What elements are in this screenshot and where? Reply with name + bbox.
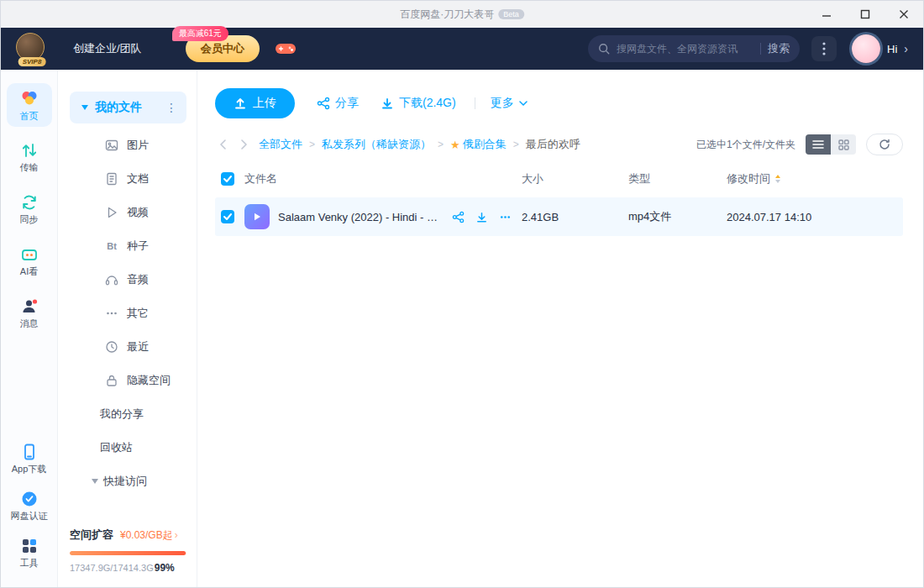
selection-info: 已选中1个文件/文件夹 bbox=[696, 138, 795, 152]
sidebar-item-videos[interactable]: 视频 bbox=[58, 196, 197, 229]
user-avatar bbox=[852, 34, 880, 63]
more-dots-icon bbox=[105, 307, 118, 320]
refresh-button[interactable] bbox=[866, 134, 903, 155]
storage-usage-text: 17347.9G/17414.3G99% bbox=[70, 562, 186, 574]
search-divider bbox=[760, 43, 761, 55]
search-input[interactable] bbox=[617, 43, 753, 55]
sidebar-label-hidden-space: 隐藏空间 bbox=[127, 373, 171, 388]
share-label: 分享 bbox=[335, 96, 359, 111]
titlebar: 百度网盘·刀刀大表哥 Beta bbox=[1, 1, 923, 28]
rail-item-tools[interactable]: 工具 bbox=[7, 532, 52, 574]
back-icon[interactable] bbox=[215, 137, 230, 152]
rail-item-verify[interactable]: 网盘认证 bbox=[7, 485, 52, 527]
content-area: 首页 传输 同步 AI看 消息 App下载 bbox=[1, 70, 923, 587]
storage-progress-fill bbox=[70, 551, 186, 555]
table-row[interactable]: Salaam Venky (2022) - Hindi - 108... 2 bbox=[215, 197, 903, 236]
list-view-icon bbox=[812, 139, 824, 150]
chevron-right-icon: › bbox=[175, 529, 178, 541]
maximize-button[interactable] bbox=[846, 1, 885, 28]
left-rail: 首页 传输 同步 AI看 消息 App下载 bbox=[1, 70, 58, 587]
column-header-name[interactable]: 文件名 bbox=[244, 171, 512, 186]
document-icon bbox=[105, 172, 118, 186]
breadcrumb-separator-icon: > bbox=[309, 139, 315, 150]
breadcrumb-all-files[interactable]: 全部文件 bbox=[259, 137, 302, 152]
account-avatar[interactable]: SVIP8 bbox=[16, 33, 48, 65]
more-button[interactable]: 更多 bbox=[491, 96, 528, 111]
rail-bottom-group: App下载 网盘认证 工具 bbox=[7, 438, 52, 579]
verify-icon bbox=[20, 490, 39, 508]
file-name[interactable]: Salaam Venky (2022) - Hindi - 108... bbox=[278, 211, 438, 223]
row-share-icon[interactable] bbox=[452, 211, 465, 223]
forward-icon[interactable] bbox=[237, 137, 252, 152]
rail-item-messages[interactable]: 消息 bbox=[7, 291, 52, 335]
breadcrumb-russian-drama[interactable]: ★ 俄剧合集 bbox=[450, 137, 507, 152]
row-more-icon[interactable] bbox=[499, 211, 512, 223]
toolbar-divider bbox=[475, 97, 475, 109]
rail-item-transfer[interactable]: 传输 bbox=[7, 135, 52, 179]
kebab-menu-icon[interactable] bbox=[811, 36, 837, 61]
breadcrumb-private-series[interactable]: 私发系列（稀缺资源） bbox=[322, 137, 431, 152]
check-icon bbox=[223, 176, 232, 182]
row-checkbox[interactable] bbox=[221, 210, 234, 223]
refresh-icon bbox=[879, 139, 890, 150]
sidebar-item-documents[interactable]: 文档 bbox=[58, 162, 197, 196]
app-download-icon bbox=[20, 443, 39, 461]
list-view-button[interactable] bbox=[806, 134, 831, 155]
rail-item-home[interactable]: 首页 bbox=[7, 83, 52, 127]
close-button[interactable] bbox=[885, 1, 923, 28]
sidebar-item-recycle-bin[interactable]: 回收站 bbox=[58, 431, 197, 465]
sidebar-item-pictures[interactable]: 图片 bbox=[58, 129, 197, 162]
caret-down-icon bbox=[81, 105, 88, 110]
upload-button[interactable]: 上传 bbox=[215, 88, 295, 118]
rail-item-ai-watch[interactable]: AI看 bbox=[7, 239, 52, 283]
clock-icon bbox=[105, 340, 118, 354]
download-label: 下载(2.4G) bbox=[399, 96, 456, 111]
sidebar-item-recent[interactable]: 最近 bbox=[58, 330, 197, 364]
window-title: 百度网盘·刀刀大表哥 Beta bbox=[400, 8, 524, 22]
file-name-cell: Salaam Venky (2022) - Hindi - 108... bbox=[244, 204, 512, 229]
rail-item-sync[interactable]: 同步 bbox=[7, 187, 52, 231]
star-icon: ★ bbox=[450, 139, 460, 151]
rail-item-app-download[interactable]: App下载 bbox=[7, 438, 52, 480]
user-menu[interactable]: Hi › bbox=[852, 34, 908, 63]
table-header: 文件名 大小 类型 修改时间 bbox=[215, 160, 903, 197]
sidebar-item-quick-access[interactable]: 快捷访问 bbox=[58, 465, 197, 498]
share-button[interactable]: 分享 bbox=[317, 96, 359, 111]
sidebar-item-my-share[interactable]: 我的分享 bbox=[58, 397, 197, 431]
sidebar-item-others[interactable]: 其它 bbox=[58, 297, 197, 330]
search-button[interactable]: 搜索 bbox=[768, 41, 790, 56]
notification-dot bbox=[32, 299, 36, 303]
row-download-icon[interactable] bbox=[475, 211, 488, 223]
create-team-link[interactable]: 创建企业/团队 bbox=[73, 41, 142, 56]
storage-price-link[interactable]: ¥0.03/GB起 bbox=[120, 528, 173, 543]
my-files-menu-icon[interactable]: ⋮ bbox=[165, 101, 178, 114]
sidebar-label-videos: 视频 bbox=[127, 205, 149, 220]
bt-torrent-icon: Bt bbox=[105, 239, 118, 253]
column-header-type[interactable]: 类型 bbox=[628, 171, 717, 186]
grid-view-button[interactable] bbox=[831, 134, 856, 155]
download-button[interactable]: 下载(2.4G) bbox=[381, 96, 456, 111]
maximize-icon bbox=[860, 9, 870, 19]
game-center-icon[interactable] bbox=[275, 41, 297, 56]
lock-icon bbox=[105, 374, 118, 387]
sidebar-label-documents: 文档 bbox=[127, 171, 149, 186]
share-icon bbox=[317, 97, 330, 110]
beta-badge: Beta bbox=[498, 9, 524, 19]
minimize-button[interactable] bbox=[807, 1, 846, 28]
greeting-text: Hi bbox=[887, 43, 897, 55]
sidebar-item-my-files[interactable]: 我的文件 ⋮ bbox=[70, 92, 186, 123]
search-box[interactable]: 搜索 bbox=[588, 35, 800, 62]
upload-label: 上传 bbox=[253, 96, 276, 111]
sidebar-item-hidden-space[interactable]: 隐藏空间 bbox=[58, 364, 197, 397]
sidebar-item-torrents[interactable]: Bt 种子 bbox=[58, 229, 197, 263]
sidebar-label-pictures: 图片 bbox=[127, 138, 149, 153]
select-all-checkbox[interactable] bbox=[221, 172, 234, 186]
sync-icon bbox=[20, 193, 39, 212]
sidebar-item-audio[interactable]: 音频 bbox=[58, 263, 197, 297]
file-toolbar: 上传 分享 下载(2.4G) 更多 bbox=[215, 88, 903, 118]
ai-watch-icon bbox=[20, 245, 39, 264]
messages-icon bbox=[20, 297, 39, 316]
column-header-modified[interactable]: 修改时间 bbox=[727, 171, 903, 186]
sidebar-label-recycle-bin: 回收站 bbox=[100, 440, 133, 455]
column-header-size[interactable]: 大小 bbox=[522, 171, 618, 186]
